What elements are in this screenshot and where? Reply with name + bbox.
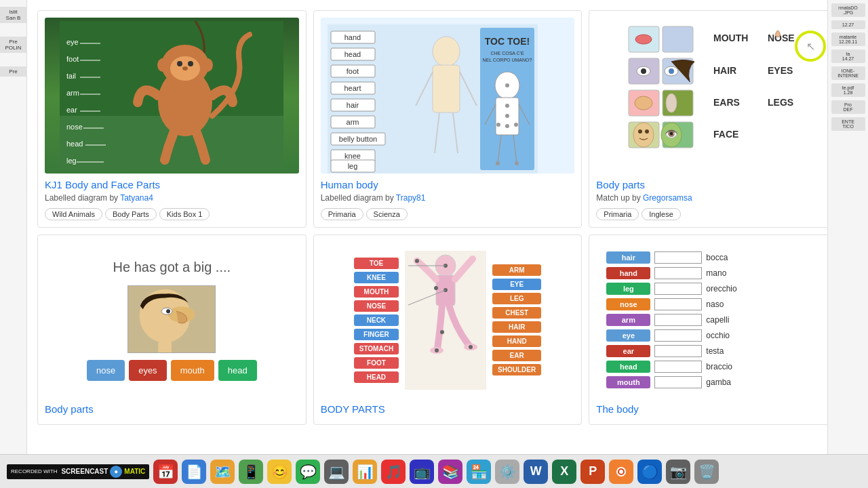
taskbar-appstore[interactable]: 🏪 bbox=[467, 460, 491, 484]
sidebar-item-2: PrePOLIN bbox=[0, 37, 31, 53]
card3-tags: Primaria Inglese bbox=[596, 208, 850, 220]
blank-hair bbox=[654, 251, 702, 264]
taskbar-camera[interactable]: 📷 bbox=[666, 460, 690, 484]
tag-mouth: mouth bbox=[606, 376, 650, 388]
taskbar-trash[interactable]: 🗑️ bbox=[694, 460, 719, 484]
svg-text:CHE COSA C'E: CHE COSA C'E bbox=[490, 51, 524, 56]
taskbar-maps[interactable]: 🗺️ bbox=[210, 460, 235, 484]
taskbar-files[interactable]: 📄 bbox=[182, 460, 206, 484]
mouth-button[interactable]: mouth bbox=[171, 360, 214, 381]
taskbar-numbers[interactable]: 📊 bbox=[353, 460, 377, 484]
nose-button[interactable]: nose bbox=[87, 360, 125, 381]
card3-svg: MOUTH NOSE HAIR EYES EARS LEGS FACE bbox=[625, 21, 822, 170]
label-knee: KNEE bbox=[354, 272, 399, 283]
word-occhio: occhio bbox=[706, 331, 730, 340]
card1-type: Labelled diagram bbox=[45, 193, 107, 203]
card-body-parts-big: He has got a big .... bbox=[37, 235, 307, 425]
tag-primaria-2[interactable]: Primaria bbox=[321, 208, 363, 220]
taskbar-computer[interactable]: 💻 bbox=[324, 460, 349, 484]
card5-title[interactable]: BODY PARTS bbox=[321, 403, 575, 415]
svg-text:HAIR: HAIR bbox=[713, 65, 736, 76]
tag-hand: hand bbox=[606, 267, 650, 279]
svg-text:knee: knee bbox=[344, 152, 361, 160]
taskbar-excel[interactable]: X bbox=[552, 460, 576, 484]
taskbar-contacts[interactable]: 😊 bbox=[267, 460, 292, 484]
svg-text:FACE: FACE bbox=[713, 129, 738, 140]
tag-scienza[interactable]: Scienza bbox=[366, 208, 408, 220]
card2-author[interactable]: Trapy81 bbox=[396, 193, 426, 203]
word-mano: mano bbox=[706, 268, 726, 278]
body-row-ear: ear testa bbox=[606, 345, 840, 357]
taskbar-phone[interactable]: 📱 bbox=[239, 460, 263, 484]
taskbar-books[interactable]: 📚 bbox=[438, 460, 462, 484]
word-gamba: gamba bbox=[706, 378, 731, 387]
svg-text:LEGS: LEGS bbox=[768, 97, 793, 108]
tag-wild-animals[interactable]: Wild Animals bbox=[45, 208, 102, 220]
svg-point-109 bbox=[469, 345, 473, 349]
tag-eye: eye bbox=[606, 329, 650, 342]
tag-body-parts[interactable]: Body Parts bbox=[105, 208, 157, 220]
label-leg: LEG bbox=[492, 293, 541, 304]
tag-arm: arm bbox=[606, 314, 650, 326]
svg-point-24 bbox=[157, 58, 168, 72]
card1-subtitle: Labelled diagram by Tatyana4 bbox=[45, 193, 299, 203]
card6-rows: hair bocca hand mano leg orecchio bbox=[599, 245, 847, 395]
card4-title[interactable]: Body parts bbox=[45, 403, 299, 415]
card6-title[interactable]: The body bbox=[596, 403, 850, 415]
rs-item-2: 12.27 bbox=[831, 20, 865, 29]
label-hand: HAND bbox=[492, 336, 541, 347]
svg-text:tail: tail bbox=[66, 72, 76, 80]
taskbar-word[interactable]: W bbox=[524, 460, 548, 484]
screencast-label: SCREENCAST bbox=[61, 468, 108, 475]
taskbar: RECORDED WITH SCREENCAST ● MATIC 📅 📄 🗺️ … bbox=[0, 454, 868, 488]
tag-primaria-3[interactable]: Primaria bbox=[596, 208, 639, 220]
label-foot: FOOT bbox=[354, 357, 399, 369]
card2-subtitle: Labelled diagram by Trapy81 bbox=[321, 193, 575, 203]
matic-label: MATIC bbox=[124, 468, 145, 475]
recorded-badge: RECORDED WITH SCREENCAST ● MATIC bbox=[7, 464, 149, 479]
svg-text:belly button: belly button bbox=[339, 135, 377, 143]
svg-point-68 bbox=[515, 161, 519, 165]
svg-point-118 bbox=[619, 470, 623, 474]
word-braccio: braccio bbox=[706, 362, 732, 371]
card-human-body: hand head foot heart hair arm belly butt… bbox=[313, 10, 583, 228]
eyes-button[interactable]: eyes bbox=[129, 360, 166, 381]
taskbar-chrome[interactable] bbox=[609, 460, 633, 484]
head-button[interactable]: head bbox=[218, 360, 257, 381]
word-testa: testa bbox=[706, 346, 724, 356]
taskbar-tv[interactable]: 📺 bbox=[410, 460, 434, 484]
tag-kids-box[interactable]: Kids Box 1 bbox=[159, 208, 210, 220]
rs-item-6: te.pdf1.28 bbox=[831, 83, 865, 97]
tag-inglese[interactable]: Inglese bbox=[642, 208, 680, 220]
svg-text:MOUTH: MOUTH bbox=[713, 33, 748, 43]
card1-tags: Wild Animals Body Parts Kids Box 1 bbox=[45, 208, 299, 220]
svg-point-112 bbox=[415, 259, 419, 263]
card2-tags: Primaria Scienza bbox=[321, 208, 575, 220]
blank-ear bbox=[654, 345, 702, 357]
taskbar-calendar[interactable]: 📅 bbox=[153, 460, 178, 484]
svg-text:foot: foot bbox=[66, 55, 79, 63]
card2-title[interactable]: Human body bbox=[321, 179, 575, 190]
svg-text:head: head bbox=[344, 50, 360, 58]
svg-point-91 bbox=[633, 123, 654, 147]
blank-eye bbox=[654, 329, 702, 342]
taskbar-music[interactable]: 🎵 bbox=[381, 460, 406, 484]
taskbar-powerpoint[interactable]: P bbox=[580, 460, 605, 484]
taskbar-settings[interactable]: ⚙️ bbox=[495, 460, 519, 484]
taskbar-messages[interactable]: 💬 bbox=[296, 460, 320, 484]
taskbar-browser[interactable]: 🔵 bbox=[637, 460, 662, 484]
label-mouth: MOUTH bbox=[354, 286, 399, 298]
tag-leg: leg bbox=[606, 283, 650, 295]
card1-title[interactable]: KJ1 Body and Face Parts bbox=[45, 179, 299, 190]
card3-title[interactable]: Body parts bbox=[596, 179, 850, 190]
sidebar-item-1: IstitSan B bbox=[0, 7, 31, 23]
svg-text:leg: leg bbox=[347, 162, 357, 170]
svg-text:NEL CORPO UMANO?: NEL CORPO UMANO? bbox=[482, 58, 532, 62]
word-capelli: capelli bbox=[706, 315, 729, 325]
rs-item-7: ProDEF bbox=[831, 100, 865, 114]
svg-text:👁️: 👁️ bbox=[665, 127, 678, 140]
card3-author[interactable]: Gregorsamsa bbox=[643, 193, 692, 203]
label-toe: TOE bbox=[354, 258, 399, 269]
card1-author[interactable]: Tatyana4 bbox=[120, 193, 153, 203]
card6-image: hair bocca hand mano leg orecchio bbox=[596, 242, 850, 398]
